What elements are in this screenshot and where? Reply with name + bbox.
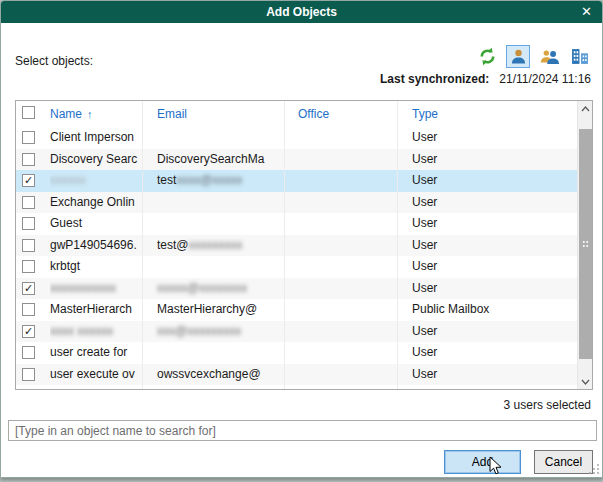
column-header-type[interactable]: Type <box>412 107 438 121</box>
dialog-title: Add Objects <box>1 5 602 19</box>
table-row[interactable]: MasterHierarchMasterHierarchy@Public Mai… <box>16 299 577 321</box>
cell-type: Public Mailbox <box>397 299 579 321</box>
cell-type: User <box>397 192 579 214</box>
table-row[interactable]: ✓xxxx xxxxxxxxx@xxxxxxxxxUser <box>16 321 577 343</box>
select-objects-label: Select objects: <box>15 54 93 68</box>
cell-type: User <box>397 127 579 149</box>
row-checkbox[interactable] <box>22 196 35 209</box>
cell-type: User <box>397 170 579 192</box>
object-type-toolbar <box>475 45 592 68</box>
redacted-text: xxxx xxxxxx <box>50 324 113 338</box>
cell-office <box>284 127 397 149</box>
table-row[interactable]: ✓xxxxxxxxxxxxxxxx@xxxxxxxxUser <box>16 278 577 300</box>
table-row[interactable]: krbtgtUser <box>16 256 577 278</box>
column-divider <box>397 101 398 389</box>
redacted-text: xxxxxxxxx <box>189 238 243 252</box>
cell-office <box>284 192 397 214</box>
vertical-scrollbar[interactable] <box>577 101 592 389</box>
cell-type: User <box>397 149 579 171</box>
cell-office <box>284 235 397 257</box>
cell-office <box>284 278 397 300</box>
table-row[interactable]: user create forUser <box>16 342 577 364</box>
row-checkbox[interactable]: ✓ <box>22 282 35 295</box>
table-row[interactable]: Exchange OnlinUser <box>16 192 577 214</box>
user-icon[interactable] <box>506 45 530 68</box>
cell-name: user execute ov <box>16 364 142 386</box>
cell-email <box>142 256 284 278</box>
column-header-name[interactable]: Name↑ <box>50 107 93 121</box>
cell-email <box>142 213 284 235</box>
row-checkbox[interactable] <box>22 131 35 144</box>
cancel-button[interactable]: Cancel <box>534 450 593 474</box>
row-checkbox[interactable]: ✓ <box>22 174 35 187</box>
row-checkbox[interactable] <box>22 153 35 166</box>
add-button[interactable]: Add <box>444 450 521 474</box>
cell-name: ✓xxxxxxxxxxx <box>16 278 142 300</box>
cell-office <box>284 342 397 364</box>
table-row[interactable]: user execute ovowssvcexchange@User <box>16 364 577 386</box>
table-row[interactable]: Discovery SearcDiscoverySearchMaUser <box>16 149 577 171</box>
cell-email: xxxxx@xxxxxxxx <box>142 278 284 300</box>
cell-type: User <box>397 213 579 235</box>
cell-office <box>284 256 397 278</box>
cell-name: Guest <box>16 213 142 235</box>
table-row[interactable]: ✓xxxxxxtestxxxx@xxxxxUser <box>16 170 577 192</box>
scrollbar-thumb[interactable] <box>579 129 592 359</box>
scroll-up-icon[interactable] <box>578 101 593 116</box>
column-header-email[interactable]: Email <box>157 107 187 121</box>
redacted-text: xxxxx@xxxxxxxx <box>157 281 247 295</box>
cell-email <box>142 342 284 364</box>
mouse-cursor <box>489 456 503 476</box>
table-row[interactable]: GuestUser <box>16 213 577 235</box>
cell-email: owssvcexchange@ <box>142 364 284 386</box>
row-checkbox[interactable] <box>22 368 35 381</box>
redacted-text: xxx@xxxxxxxxx <box>157 324 241 338</box>
column-divider <box>142 101 143 389</box>
row-checkbox[interactable] <box>22 303 35 316</box>
sort-ascending-icon: ↑ <box>87 108 93 120</box>
titlebar[interactable]: Add Objects ✕ <box>1 1 602 23</box>
cell-name: Discovery Searc <box>16 149 142 171</box>
user-group-icon[interactable] <box>537 45 561 68</box>
add-objects-dialog: Add Objects ✕ Select objects: <box>0 0 603 478</box>
row-checkbox[interactable] <box>22 346 35 359</box>
table-body: Client ImpersonUserDiscovery SearcDiscov… <box>16 127 577 389</box>
cell-name: gwP149054696. <box>16 235 142 257</box>
close-icon[interactable]: ✕ <box>581 4 592 19</box>
row-checkbox[interactable] <box>22 217 35 230</box>
cell-type: User <box>397 278 579 300</box>
refresh-icon[interactable] <box>475 45 499 68</box>
table-row[interactable]: gwP149054696.test@xxxxxxxxxUser <box>16 235 577 257</box>
cell-office <box>284 321 397 343</box>
cell-email: testxxxx@xxxxx <box>142 170 284 192</box>
last-synchronized-label: Last synchronized: <box>380 72 489 86</box>
cell-name: MasterHierarch <box>16 299 142 321</box>
cell-type: User <box>397 364 579 386</box>
row-checkbox[interactable] <box>22 260 35 273</box>
row-checkbox[interactable] <box>22 239 35 252</box>
cell-type: User <box>397 256 579 278</box>
resize-grip-icon[interactable] <box>588 463 600 475</box>
table-header: Name↑ Email Office Type <box>16 101 577 127</box>
column-header-office[interactable]: Office <box>298 107 329 121</box>
select-all-checkbox[interactable] <box>22 106 35 119</box>
table-row[interactable]: Client ImpersonUser <box>16 127 577 149</box>
cell-email: xxx@xxxxxxxxx <box>142 321 284 343</box>
scroll-down-icon[interactable] <box>578 374 593 389</box>
cell-name: krbtgt <box>16 256 142 278</box>
cell-name: ✓xxxx xxxxxx <box>16 321 142 343</box>
redacted-text: xxxx@xxxxx <box>176 173 242 187</box>
organization-icon[interactable] <box>568 45 592 68</box>
cell-office <box>284 213 397 235</box>
cell-office <box>284 149 397 171</box>
cell-name: Client Imperson <box>16 127 142 149</box>
cell-office <box>284 299 397 321</box>
cell-office <box>284 364 397 386</box>
row-checkbox[interactable]: ✓ <box>22 325 35 338</box>
cell-email <box>142 192 284 214</box>
cell-email <box>142 127 284 149</box>
cell-name: Exchange Onlin <box>16 192 142 214</box>
cell-email: test@xxxxxxxxx <box>142 235 284 257</box>
search-input[interactable] <box>8 420 597 441</box>
redacted-text: xxxxxx <box>50 173 86 187</box>
